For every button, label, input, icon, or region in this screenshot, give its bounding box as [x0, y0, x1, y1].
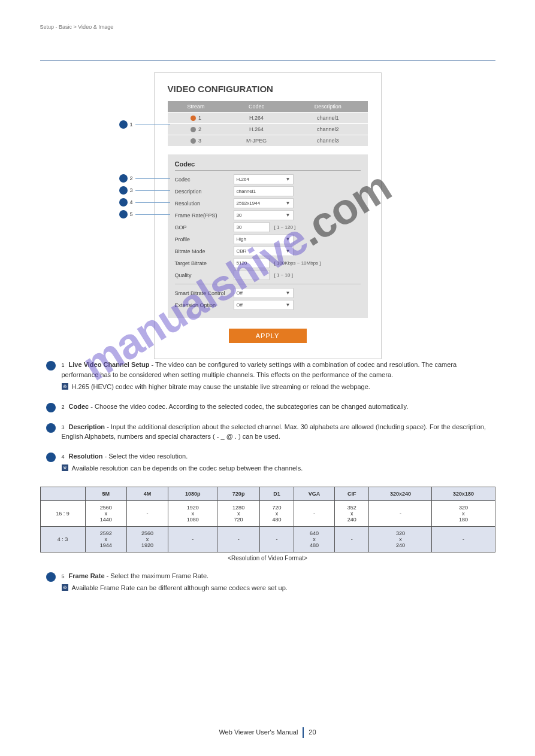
row-tbr: Target Bitrate 5120 [ 100Kbps ~ 10Mbps ] — [175, 258, 361, 268]
chevron-down-icon: ▼ — [286, 236, 291, 242]
sbc-select[interactable]: Off▼ — [234, 288, 294, 298]
radio-icon[interactable] — [191, 116, 196, 121]
chevron-down-icon: ▼ — [286, 290, 291, 296]
res-row-169: 16 : 9 2560 x 1440 - 1920 x 1080 1280 x … — [40, 500, 495, 526]
expl-4: 4 Resolution - Select the video resoluti… — [46, 451, 495, 473]
codec-heading: Codec — [175, 160, 361, 171]
stream-row-3[interactable]: 3 M-JPEG channel3 — [168, 135, 368, 147]
row-res: Resolution 2592x1944▼ — [175, 198, 361, 208]
chevron-down-icon: ▼ — [286, 248, 291, 254]
chevron-down-icon: ▼ — [286, 212, 291, 218]
ext-select[interactable]: Off▼ — [234, 300, 294, 310]
video-config-panel: VIDEO CONFIGURATION Stream Codec Descrip… — [154, 72, 382, 359]
stream-table: Stream Codec Description 1 H.264 channel… — [168, 101, 368, 146]
apply-button[interactable]: APPLY — [229, 329, 307, 343]
resolution-select[interactable]: 2592x1944▼ — [234, 198, 294, 208]
row-quality: Quality [ 1 ~ 10 ] — [175, 270, 361, 280]
row-ext: Extension Option Off▼ — [175, 300, 361, 310]
description-input[interactable]: channel1 — [234, 186, 294, 196]
resolution-table: 5M 4M 1080p 720p D1 VGA CIF 320x240 320x… — [40, 487, 495, 552]
gop-input[interactable]: 30 — [234, 222, 270, 232]
fps-select[interactable]: 30▼ — [234, 210, 294, 220]
row-sbc: Smart Bitrate Control Off▼ — [175, 288, 361, 298]
target-bitrate-input[interactable]: 5120 — [234, 258, 270, 268]
chevron-down-icon: ▼ — [286, 201, 291, 206]
stream-row-1[interactable]: 1 H.264 channel1 — [168, 113, 368, 124]
expl-2: 2 Codec - Choose the video codec. Accord… — [46, 402, 495, 412]
panel-title: VIDEO CONFIGURATION — [168, 84, 368, 94]
row-brmode: Bitrate Mode CBR▼ — [175, 246, 361, 256]
quality-input — [234, 270, 270, 280]
chevron-down-icon: ▼ — [286, 177, 291, 182]
res-caption: <Resolution of Video Format> — [40, 555, 495, 561]
radio-icon[interactable] — [191, 127, 196, 132]
row-codec: Codec H.264▼ — [175, 174, 361, 184]
profile-select[interactable]: High▼ — [234, 234, 294, 244]
col-stream: Stream — [168, 101, 225, 113]
col-codec: Codec — [225, 101, 289, 113]
codec-section: Codec Codec H.264▼ Description channel1 … — [168, 154, 368, 318]
row-desc: Description channel1 — [175, 186, 361, 196]
page-footer: Web Viewer User's Manual20 — [0, 727, 535, 738]
codec-select[interactable]: H.264▼ — [234, 174, 294, 184]
bitrate-mode-select[interactable]: CBR▼ — [234, 246, 294, 256]
radio-icon[interactable] — [191, 138, 196, 144]
expl-1: 1 Live Video Channel Setup - The video c… — [46, 360, 495, 392]
row-profile: Profile High▼ — [175, 234, 361, 244]
expl-3: 3 Description - Input the additional des… — [46, 422, 495, 442]
section-header: Setup - Basic > Video & Image — [40, 24, 495, 30]
row-gop: GOP 30 [ 1 ~ 120 ] — [175, 222, 361, 232]
row-fps: Frame Rate(FPS) 30▼ — [175, 210, 361, 220]
res-row-43: 4 : 3 2592 x 1944 2560 x 1920 - - - 640 … — [40, 526, 495, 552]
chevron-down-icon: ▼ — [286, 302, 291, 308]
expl-5: 5 Frame Rate - Select the maximum Frame … — [46, 571, 495, 593]
note-icon: ※ — [62, 383, 68, 390]
stream-row-2[interactable]: 2 H.264 channel2 — [168, 124, 368, 135]
col-desc: Description — [288, 101, 367, 113]
header-rule — [40, 60, 495, 60]
note-icon: ※ — [62, 464, 68, 471]
note-icon: ※ — [62, 584, 68, 591]
